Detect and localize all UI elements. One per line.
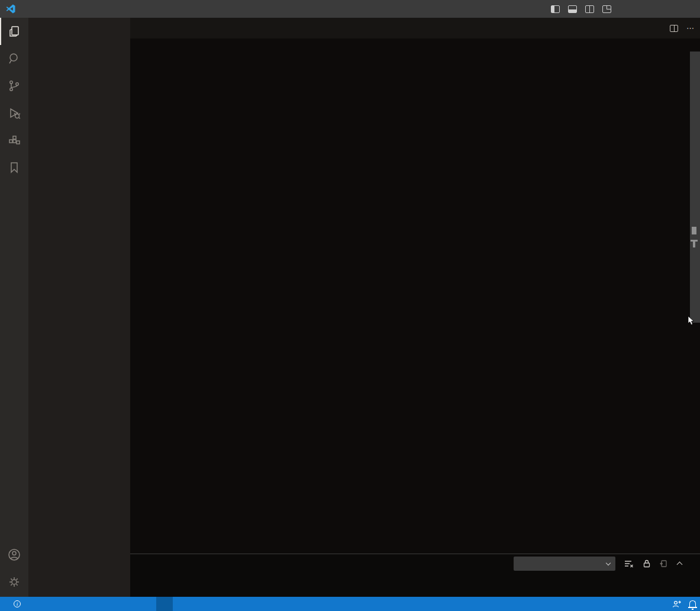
rust-analyzer-status[interactable] (36, 597, 44, 611)
encoding-status[interactable] (611, 597, 620, 611)
extensions-icon[interactable] (0, 127, 28, 154)
account-icon[interactable] (0, 541, 28, 568)
vscode-logo (5, 4, 16, 14)
clear-output-icon[interactable] (624, 559, 634, 568)
toggle-secondary-sidebar-icon[interactable] (585, 5, 594, 13)
minimap[interactable] (633, 52, 688, 128)
formatting-status[interactable] (657, 597, 668, 611)
tab-strip: ⋯ (130, 18, 700, 38)
problems-status[interactable]: i (0, 597, 27, 611)
explorer-icon[interactable] (0, 18, 28, 45)
cursor-position-status[interactable] (595, 597, 603, 611)
status-bar: i (0, 597, 700, 611)
eol-status[interactable] (620, 597, 628, 611)
vscode-window: { "title_bar": { "menus": ["Fichier","Ed… (0, 0, 700, 611)
feedback-icon[interactable] (668, 597, 685, 611)
language-mode-status[interactable] (628, 597, 636, 611)
maximize-button[interactable] (646, 0, 673, 18)
search-icon[interactable] (0, 45, 28, 72)
bookmark-icon[interactable] (0, 154, 28, 181)
title-bar (0, 0, 700, 18)
vertical-scrollbar[interactable] (690, 52, 700, 323)
mouse-cursor (688, 316, 695, 326)
output-channel-select[interactable] (514, 557, 615, 571)
code-editor[interactable] (130, 50, 700, 554)
run-debug-icon[interactable] (0, 99, 28, 127)
maximize-panel-icon[interactable] (677, 561, 683, 567)
chevron-down-icon (606, 561, 611, 566)
sidebar-explorer (28, 18, 130, 597)
indentation-status[interactable] (603, 597, 611, 611)
lock-output-icon[interactable] (643, 559, 651, 568)
customize-layout-icon[interactable] (602, 5, 611, 13)
toggle-panel-icon[interactable] (568, 5, 577, 13)
screen-reader-status[interactable] (156, 597, 173, 611)
notifications-bell-icon[interactable] (685, 597, 700, 611)
split-editor-icon[interactable] (670, 25, 678, 32)
activity-bar (0, 18, 28, 597)
bottom-panel (130, 554, 700, 597)
editor-more-actions-icon[interactable]: ⋯ (686, 24, 694, 33)
settings-gear-icon[interactable] (0, 568, 28, 596)
open-output-in-editor-icon[interactable] (660, 559, 668, 568)
breadcrumb[interactable] (130, 38, 700, 50)
toggle-sidebar-icon[interactable] (551, 5, 560, 13)
editor-group: ⋯ (130, 18, 700, 554)
info-icon: i (14, 600, 21, 607)
minimize-button[interactable] (618, 0, 646, 18)
spell-status[interactable] (636, 597, 647, 611)
close-button[interactable] (673, 0, 700, 18)
prettier-status[interactable] (647, 597, 657, 611)
source-control-icon[interactable] (0, 72, 28, 99)
